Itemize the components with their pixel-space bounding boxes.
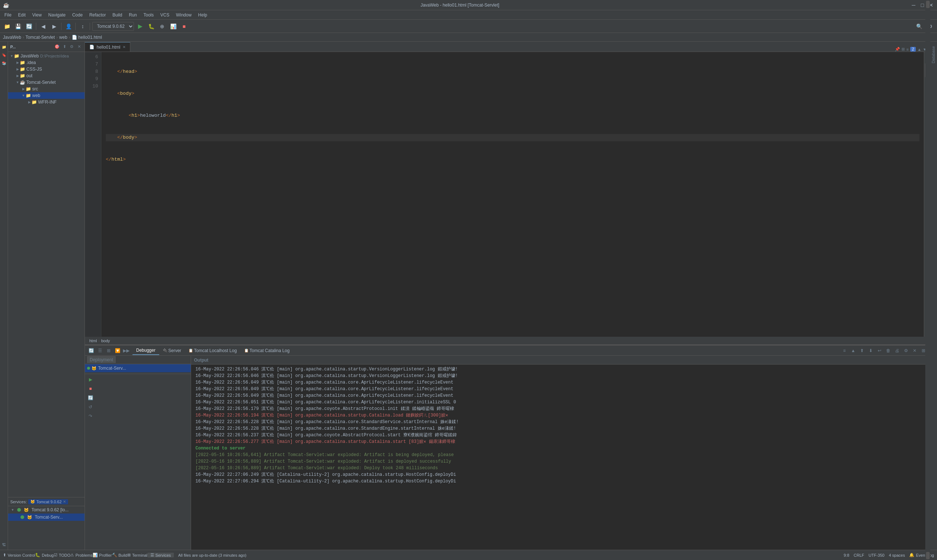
tree-item-idea[interactable]: ▶ 📁 .idea <box>8 59 85 66</box>
scroll-up-icon[interactable]: ▲ <box>917 47 921 52</box>
log-content[interactable]: 16-May-2022 22:26:56.046 淇℃伀 [main] org.… <box>191 365 929 550</box>
menu-run[interactable]: Run <box>126 12 140 18</box>
menu-vcs[interactable]: VCS <box>157 12 172 18</box>
print-btn[interactable]: 🖨 <box>893 347 901 355</box>
breadcrumb-html[interactable]: html <box>89 338 97 343</box>
settings-btn[interactable]: ⚙ <box>902 347 910 355</box>
scroll-top-btn[interactable]: ⬆ <box>858 347 866 355</box>
menu-view[interactable]: View <box>29 12 45 18</box>
tab-close-hello01[interactable]: ✕ <box>123 45 126 49</box>
tab-expand-icon[interactable]: ⊞ <box>902 47 905 52</box>
terminal-tab[interactable]: ⊞ Terminal <box>128 553 148 557</box>
run-button[interactable]: ▶ <box>135 22 145 31</box>
menu-build[interactable]: Build <box>109 12 125 18</box>
menu-file[interactable]: File <box>2 12 14 18</box>
menu-code[interactable]: Code <box>69 12 86 18</box>
code-editor[interactable]: 6 7 8 9 10 </head> <body> <h1>heloworld<… <box>85 52 929 337</box>
tree-item-javaWeb[interactable]: ▼ 📁 JavaWeb D:\Projects\Idea <box>8 53 85 59</box>
svc-item-tomcat[interactable]: ▼ 🐱 Tomcat 9.0.62 [lo... <box>8 506 85 514</box>
close-bottom-btn[interactable]: ✕ <box>911 347 919 355</box>
profile-button[interactable]: 📊 <box>168 22 178 31</box>
tree-item-cssjs[interactable]: ▶ 📁 CSS-JS <box>8 66 85 72</box>
collapse-btn[interactable]: ☰ <box>96 347 104 355</box>
tree-item-wfrInf[interactable]: ▶ 📁 WFR-INF <box>8 99 85 105</box>
tree-item-web[interactable]: ▼ 📁 web <box>8 92 85 99</box>
tree-view-btn[interactable]: ⊞ <box>105 347 113 355</box>
indent-settings[interactable]: 4 spaces <box>889 553 905 557</box>
breadcrumb-tomcatServlet[interactable]: Tomcat-Servlet <box>26 35 55 40</box>
back-button[interactable]: ◀ <box>38 22 48 31</box>
tree-item-tomcatServlet[interactable]: ▼ ☕ Tomcat-Servlet <box>8 79 85 86</box>
up-btn[interactable]: ▲ <box>849 347 857 355</box>
breadcrumb-javaWeb[interactable]: JavaWeb <box>3 35 21 40</box>
database-label[interactable]: Database <box>931 43 936 66</box>
restart-btn[interactable]: 🔄 <box>86 394 94 402</box>
services-tomcat-tab[interactable]: 🐱 Tomcat 9.0.62 ✕ <box>28 499 68 505</box>
debug-tab[interactable]: 🐛 Debug <box>35 553 54 557</box>
build-tab[interactable]: 🔨 Build <box>112 553 128 557</box>
menu-edit[interactable]: Edit <box>15 12 29 18</box>
services-close-icon[interactable]: ✕ <box>63 500 66 504</box>
recent-files-icon[interactable]: ≡ <box>906 47 908 52</box>
structure-icon[interactable]: 🏗 <box>0 541 8 548</box>
deployment-tab-label[interactable]: Deployment <box>87 356 115 363</box>
minimize-button[interactable]: ─ <box>911 2 917 8</box>
tab-debugger[interactable]: Debugger <box>132 346 159 355</box>
services-tab[interactable]: ☰ Services <box>148 553 174 557</box>
close-panel-btn[interactable]: ✕ <box>76 43 82 50</box>
scroll-bottom-btn[interactable]: ⬇ <box>867 347 875 355</box>
tree-item-out[interactable]: ▶ 📁 out <box>8 72 85 79</box>
version-control-tab[interactable]: ⬆ Version Control <box>3 553 35 557</box>
save-button[interactable]: 💾 <box>13 22 23 31</box>
tab-pin-icon[interactable]: 📌 <box>895 47 900 52</box>
tab-hello01[interactable]: 📄 hello01.html ✕ <box>85 42 130 52</box>
step-over-btn[interactable]: ↷ <box>86 412 94 420</box>
git-button[interactable]: ↕ <box>78 22 88 31</box>
stop-button[interactable]: ■ <box>179 22 189 31</box>
breadcrumb-body[interactable]: body <box>101 338 110 343</box>
restart-deploy-btn[interactable]: ↺ <box>86 403 94 411</box>
maximize-button[interactable]: □ <box>919 2 925 8</box>
cursor-position[interactable]: 9:8 <box>844 553 849 557</box>
user-button[interactable]: 👤 <box>64 22 73 31</box>
menu-help[interactable]: Help <box>195 12 210 18</box>
line-ending[interactable]: CRLF <box>854 553 864 557</box>
reload-btn[interactable]: 🔄 <box>87 347 95 355</box>
learn-icon[interactable]: 📚 <box>0 59 8 67</box>
clear-btn[interactable]: 🗑 <box>884 347 892 355</box>
collapse-all-btn[interactable]: ⬆ <box>61 43 68 50</box>
open-button[interactable]: 📁 <box>2 22 12 31</box>
menu-window[interactable]: Window <box>173 12 195 18</box>
tree-item-src[interactable]: ▶ 📁 src <box>8 86 85 92</box>
menu-navigate[interactable]: Navigate <box>45 12 68 18</box>
align-btn[interactable]: ≡ <box>840 347 848 355</box>
stop-svc-btn[interactable]: ■ <box>86 385 94 393</box>
menu-tools[interactable]: Tools <box>140 12 157 18</box>
project-icon[interactable]: 📁 <box>0 43 8 51</box>
debug-button[interactable]: 🐛 <box>146 22 156 31</box>
problems-tab[interactable]: ⚠ Problems <box>70 553 92 557</box>
filter-btn[interactable]: 🔽 <box>114 347 122 355</box>
svc-item-tomcat-servlet[interactable]: 🐱 Tomcat-Serv... <box>8 514 85 521</box>
search-everywhere-button[interactable]: 🔍 <box>914 22 924 31</box>
deployment-tomcat-item[interactable]: 🐱 Tomcat-Serv... <box>85 364 191 372</box>
more-btn[interactable]: ▶▶ <box>122 347 130 355</box>
sync-button[interactable]: 🔄 <box>24 22 34 31</box>
breadcrumb-file[interactable]: 📄 hello01.html <box>72 35 102 40</box>
tab-tomcat-catalina[interactable]: 📋 Tomcat Catalina Log <box>240 347 293 355</box>
code-content[interactable]: </head> <body> <h1>heloworld</h1> </body… <box>102 52 924 337</box>
run-config-selector[interactable]: Tomcat 9.0.62 <box>92 22 134 31</box>
bookmark-icon[interactable]: 🔖 <box>0 51 8 58</box>
coverage-button[interactable]: ⊕ <box>157 22 167 31</box>
tree-settings-btn[interactable]: ⚙ <box>68 43 75 50</box>
log-scrollbar[interactable] <box>925 356 929 550</box>
tab-server[interactable]: 🔌 Server <box>159 347 185 355</box>
wrap-btn[interactable]: ↩ <box>875 347 883 355</box>
breadcrumb-web[interactable]: web <box>59 35 67 40</box>
menu-refactor[interactable]: Refactor <box>86 12 109 18</box>
locate-file-btn[interactable]: 🎯 <box>54 43 60 50</box>
tab-tomcat-localhost[interactable]: 📋 Tomcat Localhost Log <box>185 347 240 355</box>
todo-tab[interactable]: ☑ TODO <box>54 553 71 557</box>
play-btn[interactable]: ▶ <box>86 375 94 383</box>
encoding[interactable]: UTF-350 <box>869 553 884 557</box>
